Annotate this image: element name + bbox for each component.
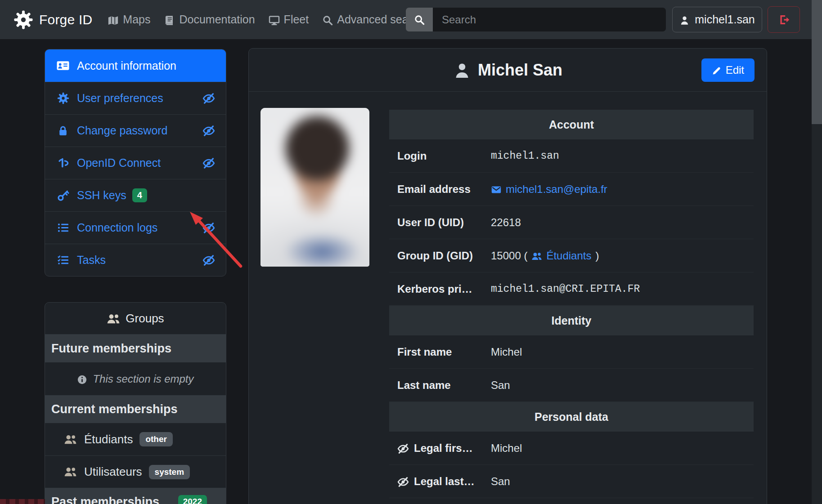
gid-group-link[interactable]: Étudiants [531, 250, 591, 262]
profile-photo [261, 108, 369, 267]
profile-card-header: Michel San Edit [249, 49, 767, 92]
eye-slash-icon[interactable] [202, 92, 215, 105]
sidebar-item-openid-connect[interactable]: OpenID Connect [45, 147, 226, 179]
book-icon [164, 13, 175, 26]
gear-icon [56, 92, 70, 104]
empty-section-text: This section is empty [93, 373, 193, 385]
section-title: Account [549, 118, 594, 131]
person-icon [453, 60, 471, 80]
logout-button[interactable] [768, 6, 800, 33]
sidebar-item-connection-logs[interactable]: Connection logs [45, 211, 226, 244]
table-row-login: Login michel1.san [389, 139, 754, 173]
row-value: 22618 [485, 216, 521, 229]
sign-out-icon [777, 13, 790, 26]
table-row-first-name: First name Michel [389, 335, 754, 369]
table-row-legal-last-name: Legal last… San [389, 465, 754, 498]
row-label: User ID (UID) [389, 216, 485, 229]
sidebar-item-label: OpenID Connect [77, 156, 161, 169]
users-icon [63, 433, 77, 446]
nav-item-label: Maps [123, 13, 150, 26]
map-icon [108, 13, 119, 26]
past-memberships-header: Past memberships 2022 [45, 488, 226, 504]
nav-item-label: Fleet [284, 13, 309, 26]
eye-slash-icon[interactable] [202, 125, 215, 137]
groups-card: Groups Future memberships This section i… [45, 302, 226, 504]
info-icon [77, 373, 87, 385]
eye-slash-icon[interactable] [202, 157, 215, 169]
row-label: Legal last… [389, 475, 485, 488]
search-group [406, 8, 666, 31]
scrollbar-thumb[interactable] [812, 0, 822, 124]
sidebar-item-user-preferences[interactable]: User preferences [45, 82, 226, 114]
section-header-label: Future memberships [51, 342, 171, 356]
table-row-legal-first-name: Legal firs… Michel [389, 432, 754, 465]
row-label: First name [389, 346, 485, 358]
sidebar-item-label: User preferences [77, 92, 163, 105]
sidebar-item-change-password[interactable]: Change password [45, 114, 226, 147]
forge-logo-icon [13, 10, 33, 30]
table-row-uid: User ID (UID) 22618 [389, 206, 754, 239]
row-value: michel1.san@CRI.EPITA.FR [485, 283, 640, 295]
envelope-icon [491, 183, 502, 196]
row-value: Michel [485, 346, 522, 358]
row-label: Login [389, 150, 485, 162]
eye-slash-icon[interactable] [202, 254, 215, 267]
users-icon [107, 311, 120, 326]
row-label: Email address [389, 183, 485, 196]
sidebar-item-ssh-keys[interactable]: SSH keys 4 [45, 179, 226, 211]
gid-number: 15000 ( [491, 250, 527, 262]
users-icon [531, 250, 542, 262]
email-text: michel1.san@epita.fr [506, 183, 607, 196]
key-icon [56, 189, 70, 201]
group-item-label: Étudiants [84, 433, 133, 446]
account-nav-card: Account information User preferences Cha… [45, 49, 226, 277]
nav-item-documentation[interactable]: Documentation [164, 13, 255, 26]
sidebar-item-label: Change password [77, 124, 168, 137]
sidebar-item-account-information[interactable]: Account information [45, 49, 226, 82]
user-menu-button[interactable]: michel1.san [672, 7, 762, 32]
search-input[interactable] [433, 8, 666, 31]
identity-section-header: Identity [389, 306, 754, 335]
section-header-label: Past memberships [51, 495, 159, 504]
id-card-icon [56, 59, 70, 72]
eye-slash-icon [397, 475, 409, 488]
group-item-etudiants[interactable]: Étudiants other [45, 423, 226, 455]
table-row-gid: Group ID (GID) 15000 (Étudiants) [389, 239, 754, 272]
row-label: Group ID (GID) [389, 250, 485, 262]
personal-data-section-header: Personal data [389, 402, 754, 432]
table-row-last-name: Last name San [389, 369, 754, 402]
past-memberships-year-badge: 2022 [178, 495, 207, 504]
brand[interactable]: Forge ID [13, 10, 92, 30]
eye-slash-icon[interactable] [202, 222, 215, 234]
sidebar-item-tasks[interactable]: Tasks [45, 244, 226, 276]
nav-item-maps[interactable]: Maps [108, 13, 150, 26]
section-title: Identity [552, 314, 592, 327]
search-button[interactable] [406, 8, 433, 31]
row-value: 15000 (Étudiants) [485, 250, 599, 262]
future-memberships-header: Future memberships [45, 335, 226, 362]
email-link[interactable]: michel1.san@epita.fr [491, 183, 607, 196]
users-icon [63, 465, 77, 478]
row-label: Kerberos pri… [389, 283, 485, 295]
group-type-badge: other [139, 432, 173, 446]
gid-suffix: ) [595, 250, 599, 262]
row-value: michel1.san [485, 150, 559, 162]
groups-title: Groups [126, 312, 164, 326]
row-value: San [485, 379, 510, 392]
lock-icon [56, 125, 70, 137]
top-navbar: Forge ID Maps Documentation Fleet Advanc… [0, 0, 822, 39]
scrollbar-track[interactable] [812, 0, 822, 504]
pencil-icon [712, 64, 721, 76]
profile-card: Michel San Edit Account Login michel1.sa… [248, 48, 767, 504]
empty-section-notice: This section is empty [45, 362, 226, 395]
table-row-kerberos: Kerberos pri… michel1.san@CRI.EPITA.FR [389, 272, 754, 306]
nav-item-fleet[interactable]: Fleet [269, 13, 309, 26]
group-item-utilisateurs[interactable]: Utilisateurs system [45, 455, 226, 488]
sidebar-item-label: Connection logs [77, 221, 157, 234]
brand-title: Forge ID [39, 12, 92, 27]
checklist-icon [56, 254, 70, 266]
desktop-icon [269, 13, 280, 26]
gid-group-name: Étudiants [546, 250, 591, 262]
sidebar-item-label: Tasks [77, 254, 106, 267]
edit-button[interactable]: Edit [701, 58, 755, 82]
